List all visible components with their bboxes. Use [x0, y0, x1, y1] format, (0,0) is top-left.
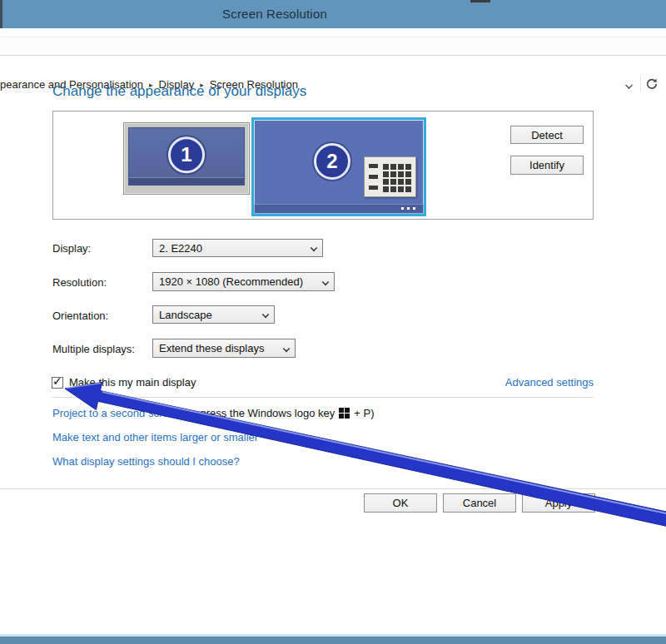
monitor-1-thumbnail[interactable]: 1: [123, 122, 250, 195]
multiple-displays-select[interactable]: Extend these displays: [152, 339, 296, 358]
monitor-2-number-badge: 2: [314, 143, 350, 180]
section-divider: [52, 397, 594, 398]
text-size-link[interactable]: Make text and other items larger or smal…: [52, 431, 258, 443]
display-label: Display:: [52, 242, 91, 255]
multiple-displays-label: Multiple displays:: [52, 343, 135, 355]
orientation-label: Orientation:: [52, 310, 108, 322]
chevron-down-icon[interactable]: [625, 82, 633, 89]
resolution-label: Resolution:: [52, 276, 107, 289]
keypad-icon: [364, 156, 416, 197]
display-select-value: 2. E2240: [159, 242, 202, 255]
detect-button[interactable]: Detect: [510, 126, 584, 144]
ellipsis-dots-icon: [400, 206, 418, 211]
main-display-checkbox-label[interactable]: Make this my main display: [69, 376, 196, 389]
footer-divider: [0, 488, 666, 489]
breadcrumb-bar: pearance and Personalisation ▸ Display ▸…: [0, 37, 666, 56]
page-title: Change the appearance of your displays: [52, 83, 306, 100]
project-hint-text-end: + P): [354, 407, 374, 419]
chevron-down-icon: [310, 245, 316, 251]
window-title: Screen Resolution: [50, 7, 500, 21]
top-notch-decoration: [470, 0, 490, 2]
keypad-grid-decoration: [383, 164, 412, 192]
bottom-bar: [0, 637, 666, 644]
window-titlebar: Screen Resolution: [0, 0, 666, 28]
project-hint-text: (or press the Windows logo key: [184, 407, 335, 419]
monitor-2-thumbnail-selected[interactable]: 2: [251, 117, 426, 216]
monitor-1-screen: 1: [128, 127, 245, 186]
cancel-button[interactable]: Cancel: [443, 493, 516, 513]
toolbar-divider: [640, 76, 641, 92]
display-settings-help-link[interactable]: What display settings should I choose?: [52, 455, 240, 468]
resolution-select-value: 1920 × 1080 (Recommended): [159, 275, 303, 288]
chevron-down-icon: [261, 311, 268, 318]
monitor-1-number: 1: [181, 143, 191, 166]
ok-button[interactable]: OK: [364, 493, 437, 513]
monitor-2-bottom-band: [254, 204, 424, 214]
orientation-select-value: Landscape: [159, 309, 212, 321]
window-edge-decoration: [0, 0, 2, 28]
advanced-settings-link[interactable]: Advanced settings: [505, 376, 594, 389]
monitor-1-bottom-band: [129, 177, 244, 185]
main-display-checkbox[interactable]: ✓: [52, 377, 63, 389]
identify-button[interactable]: Identify: [510, 156, 584, 175]
project-second-screen-link[interactable]: Project to a second screen: [52, 407, 181, 419]
monitor-1-number-badge: 1: [168, 136, 205, 173]
keypad-bars-decoration: [369, 164, 378, 192]
project-second-screen-row: Project to a second screen (or press the…: [52, 407, 375, 419]
resolution-select[interactable]: 1920 × 1080 (Recommended): [152, 272, 335, 291]
orientation-select[interactable]: Landscape: [152, 305, 275, 324]
apply-button[interactable]: Apply: [522, 493, 595, 513]
refresh-icon[interactable]: [644, 77, 659, 92]
monitor-2-number: 2: [326, 150, 337, 173]
windows-logo-icon: [339, 408, 350, 419]
multiple-displays-select-value: Extend these displays: [159, 342, 264, 354]
display-select[interactable]: 2. E2240: [152, 239, 323, 257]
chevron-down-icon: [282, 345, 289, 352]
checkmark-icon: ✓: [52, 374, 62, 388]
chevron-down-icon: [321, 279, 328, 285]
